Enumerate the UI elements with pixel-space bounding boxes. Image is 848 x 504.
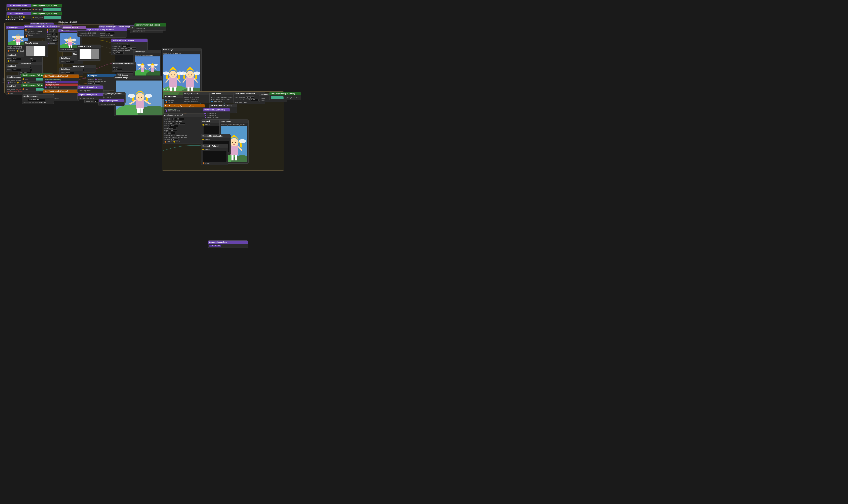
svg-point-31	[137, 64, 141, 66]
cond-combine-body: conditioning_1 conditioning_2 CONDITIONI…	[203, 111, 230, 119]
steps-input[interactable]	[93, 82, 100, 85]
svg-point-44	[136, 93, 144, 101]
detail-denoise[interactable]	[171, 138, 179, 141]
y-input-1[interactable]	[31, 60, 36, 62]
anything-everywhere-1-node: Anything Everywhere Use Everywhere	[77, 85, 103, 93]
save-preview-svg	[135, 56, 160, 75]
use-everywhere-badge-1: Use Everywhere	[46, 81, 56, 83]
port-in-1	[8, 8, 10, 10]
save-image-main-node: Save Image filename_prefix Moore10	[133, 50, 161, 77]
svg-rect-22	[69, 45, 70, 48]
ue-title-1: Use Everywhere (UE Nodes)	[33, 4, 57, 6]
port-ipadapter-in	[33, 8, 34, 10]
svg-rect-56	[169, 76, 177, 88]
clip-text-encode-pos-node: CLIP Text Encode (Prompt) tan smooth bad…	[43, 74, 80, 89]
info-text-left: Fonts 0.300 0.307 0.307	[2, 77, 5, 83]
ae-3-body: Anything Everywhere!	[99, 102, 124, 106]
svg-point-45	[128, 94, 135, 98]
mask-preview-2-svg	[80, 49, 99, 59]
conditioning-combine-node: Conditioning (Combine) conditioning_1 co…	[203, 108, 230, 120]
sam-thresh[interactable]	[246, 96, 254, 98]
ae-2-header: Anything Everywhere	[77, 93, 103, 96]
port-ipadapter-in-apply	[47, 29, 48, 31]
use-everywhere-top-2: Use Everywhere (UE Nodes) clip_vision	[31, 12, 62, 20]
prompts-everywhere-body: CONDITIONING	[208, 244, 248, 248]
port-image-out-prep	[25, 35, 27, 37]
efficiency-nodes-node: Efficiency Nodes for Co... SD 1.4	[112, 62, 136, 72]
svg-rect-12	[34, 46, 46, 56]
solid-mask-2-body: value	[6, 68, 30, 72]
efficiency-nodes-body: SD 1.4	[112, 65, 136, 71]
efficiency-nodes-header: Efficiency Nodes for Co...	[112, 62, 136, 65]
svg-rect-50	[140, 108, 143, 113]
svg-point-82	[239, 139, 246, 143]
svg-rect-25	[91, 49, 99, 59]
samloader-body: model_name sam_vit_b_01ec6... device_mod…	[210, 95, 236, 103]
ultralytics-detector-node: UltralyticsDetectorProvi... BBOX_DETECTI…	[183, 92, 213, 103]
svg-rect-85	[231, 155, 233, 160]
port-clip-in	[8, 16, 10, 18]
threshold-pct[interactable]	[128, 48, 136, 50]
ultralytics-header: UltralyticsDetectorProvi...	[183, 92, 212, 95]
port-image-out-left	[8, 50, 10, 52]
mrgen-header: MRGEN Detector (SEGS)	[210, 104, 237, 107]
mask-to-image-1-node: Mask To Image	[24, 41, 48, 57]
svg-point-58	[163, 71, 169, 75]
svg-rect-86	[235, 155, 237, 160]
ultralytics-body: BBOX_DETECTION SEGM_DETECTION bbox/face_…	[183, 95, 212, 103]
mask-to-image-body	[24, 44, 48, 57]
mimic-scale[interactable]	[122, 45, 130, 47]
clip-text-neg-header: CLIP Text Encode (Prompt)	[44, 90, 79, 93]
mask-to-image-2-header: Mask To Image	[77, 45, 101, 48]
detail-seed[interactable]	[168, 127, 176, 129]
svg-point-80	[230, 138, 239, 146]
seed-input[interactable]	[28, 99, 45, 101]
large-output-svg	[163, 54, 200, 97]
conditioning-badge: CONDITIONING	[209, 245, 221, 247]
ue-body-1: ipadapter	[31, 7, 62, 12]
detail-steps[interactable]	[169, 129, 177, 132]
cropped-refined-alpha-header: Cropped Refined Alpha	[201, 134, 230, 138]
crop-factor[interactable]	[173, 122, 185, 125]
mask-to-image-header: Mask To Image	[24, 41, 48, 44]
solid-mask-1-val[interactable]	[12, 58, 21, 60]
face-prompt-header: Face Release Prompt (Update as required)	[164, 104, 205, 107]
detail-cfg[interactable]	[167, 132, 175, 134]
load-ipadapter-title: Load IPAdapter Model	[8, 4, 27, 6]
cropped-refined-header: Cropped + Refined	[201, 144, 228, 148]
svg-point-18	[64, 39, 68, 41]
dilation[interactable]	[170, 125, 178, 127]
mask-to-image-2-body	[77, 48, 101, 60]
seed-everywhere-node: Seed Everywhere seed control_after_gener…	[22, 94, 54, 104]
anything-everywhere-badge-1: Anything Everywhere!	[46, 84, 59, 85]
ipadapter-right-header-node: IPAdapter - RIGHT!!	[62, 26, 86, 31]
eff-val[interactable]	[113, 68, 122, 71]
face-prompt-body: photorealistic face CONDITIONING	[164, 107, 205, 113]
svg-point-88	[235, 142, 236, 143]
ae-3-header: Anything Everywhere	[99, 99, 124, 102]
ipadapter-left-label: IPAdapter - LEFT	[5, 18, 23, 21]
apply-ipadapter-right-header: Apply IPAdapter	[99, 28, 127, 31]
mask-hint-thresh[interactable]	[250, 99, 259, 101]
svg-point-74	[189, 74, 190, 75]
prompts-everywhere-header: Prompts Everywhere	[208, 240, 248, 244]
save-image-main-body: filename_prefix Moore10	[134, 53, 161, 77]
svg-point-46	[145, 94, 152, 98]
svg-rect-23	[71, 45, 72, 48]
ue-top-right-header: Use Everywhere (UE Nodes)	[135, 23, 166, 26]
ue-title-2: Use Everywhere (UE Nodes)	[33, 13, 57, 15]
anything-everywhere-3-node: Anything Everywhere Anything Everywhere!	[99, 99, 125, 106]
seed-everywhere-body: seed control_after_generate randomize	[22, 98, 54, 104]
solid-mask-3-val[interactable]	[65, 61, 74, 63]
solid-mask-2-val[interactable]	[12, 69, 21, 71]
seed-everywhere-header: Seed Everywhere	[22, 94, 54, 98]
cropped-refined-body: SEGS images	[201, 148, 228, 165]
detail-input-size[interactable]	[172, 118, 184, 120]
weight-input-right[interactable]	[106, 32, 115, 34]
svg-point-68	[180, 71, 187, 75]
svg-point-4	[16, 36, 20, 39]
solid-mask-4-val[interactable]	[65, 72, 74, 74]
solid-mask-2-node: SolidMask value	[6, 64, 30, 72]
cfg-input[interactable]	[116, 52, 124, 54]
ue-header-2: Use Everywhere (UE Nodes)	[31, 12, 62, 15]
